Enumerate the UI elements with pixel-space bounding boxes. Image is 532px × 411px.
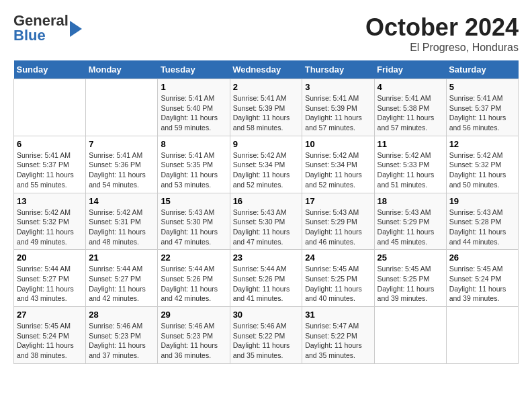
weekday-header-wednesday: Wednesday (230, 60, 302, 79)
day-number: 26 (449, 253, 515, 263)
day-info: Sunrise: 5:45 AM Sunset: 5:25 PM Dayligh… (305, 264, 371, 304)
calendar-cell: 17Sunrise: 5:43 AM Sunset: 5:29 PM Dayli… (302, 193, 374, 250)
day-info: Sunrise: 5:46 AM Sunset: 5:23 PM Dayligh… (89, 321, 154, 361)
day-number: 1 (161, 82, 226, 92)
calendar-cell: 1Sunrise: 5:41 AM Sunset: 5:40 PM Daylig… (158, 79, 230, 136)
day-number: 23 (233, 253, 300, 263)
calendar-cell: 18Sunrise: 5:43 AM Sunset: 5:29 PM Dayli… (374, 193, 446, 250)
calendar-cell: 21Sunrise: 5:44 AM Sunset: 5:27 PM Dayli… (86, 250, 158, 307)
day-number: 18 (378, 196, 443, 206)
location: El Progreso, Honduras (365, 42, 519, 54)
day-number: 24 (305, 253, 371, 263)
day-number: 15 (161, 196, 226, 206)
calendar-body: 1Sunrise: 5:41 AM Sunset: 5:40 PM Daylig… (14, 79, 519, 364)
calendar-cell: 22Sunrise: 5:44 AM Sunset: 5:26 PM Dayli… (158, 250, 230, 307)
calendar-cell (374, 307, 446, 364)
day-info: Sunrise: 5:43 AM Sunset: 5:30 PM Dayligh… (233, 208, 300, 247)
calendar-week-row: 27Sunrise: 5:45 AM Sunset: 5:24 PM Dayli… (14, 307, 519, 364)
day-number: 4 (378, 82, 443, 92)
calendar-cell (86, 79, 158, 136)
calendar-cell: 10Sunrise: 5:42 AM Sunset: 5:34 PM Dayli… (302, 136, 374, 193)
day-info: Sunrise: 5:41 AM Sunset: 5:37 PM Dayligh… (17, 150, 83, 190)
day-info: Sunrise: 5:46 AM Sunset: 5:22 PM Dayligh… (233, 321, 300, 361)
day-number: 10 (305, 139, 371, 149)
day-info: Sunrise: 5:43 AM Sunset: 5:29 PM Dayligh… (305, 208, 371, 247)
day-info: Sunrise: 5:41 AM Sunset: 5:38 PM Dayligh… (378, 93, 443, 133)
day-info: Sunrise: 5:41 AM Sunset: 5:39 PM Dayligh… (305, 93, 371, 133)
calendar-cell: 9Sunrise: 5:42 AM Sunset: 5:34 PM Daylig… (230, 136, 302, 193)
day-number: 9 (233, 139, 300, 149)
day-info: Sunrise: 5:41 AM Sunset: 5:37 PM Dayligh… (449, 93, 515, 133)
day-number: 28 (89, 310, 154, 320)
day-number: 25 (378, 253, 443, 263)
calendar-cell: 26Sunrise: 5:45 AM Sunset: 5:24 PM Dayli… (446, 250, 518, 307)
calendar-cell: 19Sunrise: 5:43 AM Sunset: 5:28 PM Dayli… (446, 193, 518, 250)
logo-arrow-icon (70, 21, 82, 37)
calendar-cell: 25Sunrise: 5:45 AM Sunset: 5:25 PM Dayli… (374, 250, 446, 307)
day-number: 2 (233, 82, 300, 92)
day-info: Sunrise: 5:45 AM Sunset: 5:25 PM Dayligh… (378, 264, 443, 304)
day-number: 14 (89, 196, 154, 206)
calendar-week-row: 1Sunrise: 5:41 AM Sunset: 5:40 PM Daylig… (14, 79, 519, 136)
day-info: Sunrise: 5:44 AM Sunset: 5:26 PM Dayligh… (161, 264, 226, 304)
weekday-header-saturday: Saturday (446, 60, 518, 79)
calendar-cell: 28Sunrise: 5:46 AM Sunset: 5:23 PM Dayli… (86, 307, 158, 364)
day-number: 22 (161, 253, 226, 263)
weekday-header-thursday: Thursday (302, 60, 374, 79)
calendar-cell: 27Sunrise: 5:45 AM Sunset: 5:24 PM Dayli… (14, 307, 86, 364)
day-info: Sunrise: 5:42 AM Sunset: 5:31 PM Dayligh… (89, 208, 154, 247)
weekday-header-monday: Monday (86, 60, 158, 79)
calendar-week-row: 6Sunrise: 5:41 AM Sunset: 5:37 PM Daylig… (14, 136, 519, 193)
calendar-cell: 12Sunrise: 5:42 AM Sunset: 5:32 PM Dayli… (446, 136, 518, 193)
day-info: Sunrise: 5:41 AM Sunset: 5:36 PM Dayligh… (89, 150, 154, 190)
calendar-week-row: 13Sunrise: 5:42 AM Sunset: 5:32 PM Dayli… (14, 193, 519, 250)
weekday-header-row: SundayMondayTuesdayWednesdayThursdayFrid… (14, 60, 519, 79)
day-number: 5 (449, 82, 515, 92)
day-number: 21 (89, 253, 154, 263)
day-info: Sunrise: 5:42 AM Sunset: 5:34 PM Dayligh… (233, 150, 300, 190)
day-info: Sunrise: 5:44 AM Sunset: 5:27 PM Dayligh… (17, 264, 83, 304)
day-info: Sunrise: 5:42 AM Sunset: 5:33 PM Dayligh… (378, 150, 443, 190)
weekday-header-sunday: Sunday (14, 60, 86, 79)
calendar-cell: 2Sunrise: 5:41 AM Sunset: 5:39 PM Daylig… (230, 79, 302, 136)
calendar-cell: 6Sunrise: 5:41 AM Sunset: 5:37 PM Daylig… (14, 136, 86, 193)
calendar-cell: 5Sunrise: 5:41 AM Sunset: 5:37 PM Daylig… (446, 79, 518, 136)
calendar-cell: 7Sunrise: 5:41 AM Sunset: 5:36 PM Daylig… (86, 136, 158, 193)
calendar-cell: 15Sunrise: 5:43 AM Sunset: 5:30 PM Dayli… (158, 193, 230, 250)
day-info: Sunrise: 5:47 AM Sunset: 5:22 PM Dayligh… (305, 321, 371, 361)
calendar-cell: 31Sunrise: 5:47 AM Sunset: 5:22 PM Dayli… (302, 307, 374, 364)
day-number: 29 (161, 310, 226, 320)
day-number: 19 (449, 196, 515, 206)
day-number: 3 (305, 82, 371, 92)
day-info: Sunrise: 5:43 AM Sunset: 5:28 PM Dayligh… (449, 208, 515, 247)
logo-text: General Blue (13, 12, 69, 44)
day-info: Sunrise: 5:42 AM Sunset: 5:32 PM Dayligh… (449, 150, 515, 190)
day-number: 11 (378, 139, 443, 149)
day-number: 27 (17, 310, 83, 320)
calendar-cell (14, 79, 86, 136)
calendar-cell: 23Sunrise: 5:44 AM Sunset: 5:26 PM Dayli… (230, 250, 302, 307)
calendar-cell: 11Sunrise: 5:42 AM Sunset: 5:33 PM Dayli… (374, 136, 446, 193)
day-number: 31 (305, 310, 371, 320)
day-info: Sunrise: 5:41 AM Sunset: 5:39 PM Dayligh… (233, 93, 300, 133)
logo: General Blue (13, 13, 82, 43)
calendar-table: SundayMondayTuesdayWednesdayThursdayFrid… (13, 60, 519, 364)
page-header: General Blue October 2024 El Progreso, H… (13, 13, 519, 54)
calendar-cell: 14Sunrise: 5:42 AM Sunset: 5:31 PM Dayli… (86, 193, 158, 250)
day-info: Sunrise: 5:41 AM Sunset: 5:40 PM Dayligh… (161, 93, 226, 133)
day-info: Sunrise: 5:42 AM Sunset: 5:32 PM Dayligh… (17, 208, 83, 247)
day-number: 30 (233, 310, 300, 320)
day-info: Sunrise: 5:45 AM Sunset: 5:24 PM Dayligh… (449, 264, 515, 304)
day-info: Sunrise: 5:44 AM Sunset: 5:27 PM Dayligh… (89, 264, 154, 304)
day-info: Sunrise: 5:43 AM Sunset: 5:30 PM Dayligh… (161, 208, 226, 247)
calendar-cell: 3Sunrise: 5:41 AM Sunset: 5:39 PM Daylig… (302, 79, 374, 136)
day-number: 17 (305, 196, 371, 206)
day-info: Sunrise: 5:46 AM Sunset: 5:23 PM Dayligh… (161, 321, 226, 361)
calendar-cell: 13Sunrise: 5:42 AM Sunset: 5:32 PM Dayli… (14, 193, 86, 250)
calendar-cell: 29Sunrise: 5:46 AM Sunset: 5:23 PM Dayli… (158, 307, 230, 364)
day-info: Sunrise: 5:44 AM Sunset: 5:26 PM Dayligh… (233, 264, 300, 304)
title-block: October 2024 El Progreso, Honduras (365, 13, 519, 54)
day-number: 8 (161, 139, 226, 149)
weekday-header-friday: Friday (374, 60, 446, 79)
logo-blue: Blue (13, 27, 46, 44)
